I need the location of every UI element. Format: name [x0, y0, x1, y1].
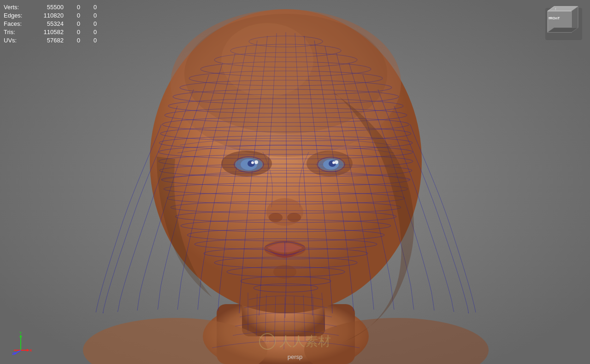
watermark-icon: ○ — [259, 333, 276, 350]
svg-text:Y: Y — [19, 332, 22, 335]
uvs-col2: 0 — [66, 37, 80, 44]
svg-point-59 — [273, 265, 296, 279]
uvs-value: 57682 — [31, 37, 64, 44]
verts-col2: 0 — [66, 4, 80, 11]
stats-panel: Verts: 55500 0 0 Edges: 110820 0 0 Faces… — [4, 4, 97, 45]
stat-row-uvs: UVs: 57682 0 0 — [4, 37, 97, 44]
axis-indicator: Y X Z — [9, 332, 32, 355]
svg-point-46 — [254, 160, 258, 164]
svg-point-44 — [248, 160, 255, 167]
watermark-text: 人人素材 — [279, 333, 331, 350]
svg-text:Z: Z — [12, 352, 14, 355]
uvs-label: UVs: — [4, 37, 31, 44]
3d-viewport[interactable]: Verts: 55500 0 0 Edges: 110820 0 0 Faces… — [0, 0, 590, 364]
uvs-col3: 0 — [83, 37, 97, 44]
svg-text:X: X — [30, 348, 32, 352]
verts-value: 55500 — [31, 4, 64, 11]
edges-value: 110820 — [31, 12, 64, 19]
svg-point-56 — [287, 213, 301, 222]
tris-label: Tris: — [4, 29, 31, 35]
svg-text:fROnT: fROnT — [549, 16, 560, 20]
faces-value: 55324 — [31, 20, 64, 27]
svg-point-55 — [269, 213, 283, 222]
svg-point-45 — [251, 161, 254, 164]
viewport-label: persp — [288, 353, 303, 360]
tris-col3: 0 — [83, 29, 97, 35]
watermark: ○ 人人素材 — [259, 333, 331, 350]
tris-value: 110582 — [31, 29, 64, 35]
svg-point-50 — [332, 161, 335, 164]
stat-row-verts: Verts: 55500 0 0 — [4, 4, 97, 11]
tris-col2: 0 — [66, 29, 80, 35]
stat-row-faces: Faces: 55324 0 0 — [4, 20, 97, 27]
faces-label: Faces: — [4, 20, 31, 27]
verts-label: Verts: — [4, 4, 31, 11]
edges-label: Edges: — [4, 12, 31, 19]
stat-row-tris: Tris: 110582 0 0 — [4, 29, 97, 35]
svg-point-61 — [221, 23, 313, 97]
faces-col3: 0 — [83, 20, 97, 27]
viewport-canvas — [0, 0, 590, 364]
verts-col3: 0 — [83, 4, 97, 11]
faces-col2: 0 — [66, 20, 80, 27]
edges-col2: 0 — [66, 12, 80, 19]
svg-point-51 — [335, 160, 338, 164]
svg-point-54 — [266, 198, 303, 226]
edges-col3: 0 — [83, 12, 97, 19]
orientation-cube[interactable]: fROnT f — [543, 6, 584, 42]
stat-row-edges: Edges: 110820 0 0 — [4, 12, 97, 19]
